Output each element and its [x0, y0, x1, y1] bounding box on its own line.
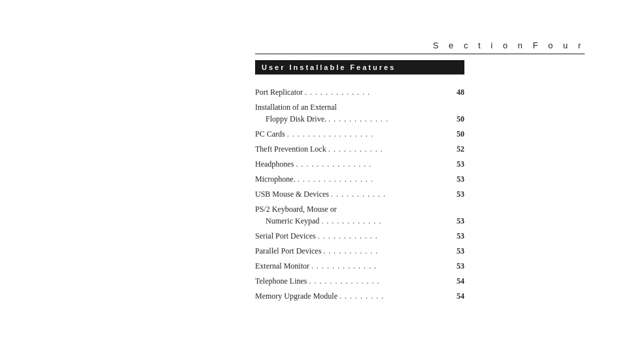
toc-label-port-replicator: Port Replicator	[255, 86, 303, 98]
toc-dots-pc-cards: . . . . . . . . . . . . . . . . .	[287, 128, 449, 140]
toc-page-pc-cards: 50	[451, 128, 464, 140]
toc-item-microphone: Microphone.. . . . . . . . . . . . . . .…	[255, 173, 464, 185]
toc-page-memory-upgrade: 54	[451, 290, 464, 302]
toc-label-memory-upgrade: Memory Upgrade Module	[255, 290, 338, 302]
toc-label-microphone: Microphone.	[255, 173, 296, 185]
toc-dots-telephone-lines: . . . . . . . . . . . . . .	[309, 275, 449, 287]
toc-list: Port Replicator. . . . . . . . . . . . .…	[255, 86, 464, 302]
toc-item-pc-cards: PC Cards. . . . . . . . . . . . . . . . …	[255, 128, 464, 140]
toc-dots-theft-prevention: . . . . . . . . . . .	[328, 143, 449, 155]
toc-item-parallel-port: Parallel Port Devices. . . . . . . . . .…	[255, 245, 464, 257]
toc-page-parallel-port: 53	[451, 245, 464, 257]
toc-label-external-monitor: External Monitor	[255, 260, 309, 272]
section-header: S e c t i o n F o u r	[433, 41, 585, 50]
toc-item-theft-prevention: Theft Prevention Lock. . . . . . . . . .…	[255, 143, 464, 155]
toc-dots-installation-external: . . . . . . . . . . . .	[328, 113, 449, 125]
toc-item-usb-mouse: USB Mouse & Devices. . . . . . . . . . .…	[255, 188, 464, 200]
toc-page-serial-port: 53	[451, 230, 464, 242]
toc-label-usb-mouse: USB Mouse & Devices	[255, 188, 329, 200]
toc-item-external-monitor: External Monitor. . . . . . . . . . . . …	[255, 260, 464, 272]
toc-dots-memory-upgrade: . . . . . . . . .	[339, 290, 449, 302]
toc-label-installation-external: Installation of an External	[255, 101, 337, 113]
content-area: User Installable Features Port Replicato…	[255, 60, 464, 305]
toc-item-ps2-keyboard: PS/2 Keyboard, Mouse orNumeric Keypad. .…	[255, 203, 464, 227]
toc-item-telephone-lines: Telephone Lines. . . . . . . . . . . . .…	[255, 275, 464, 287]
toc-item-headphones: Headphones. . . . . . . . . . . . . . .5…	[255, 158, 464, 170]
toc-dots-external-monitor: . . . . . . . . . . . . .	[311, 260, 449, 272]
toc-page-usb-mouse: 53	[451, 188, 464, 200]
toc-page-microphone: 53	[451, 173, 464, 185]
toc-label-serial-port: Serial Port Devices	[255, 230, 316, 242]
toc-item-serial-port: Serial Port Devices. . . . . . . . . . .…	[255, 230, 464, 242]
toc-dots-serial-port: . . . . . . . . . . . .	[318, 230, 449, 242]
toc-page-port-replicator: 48	[451, 86, 464, 98]
toc-label2-installation-external: Floppy Disk Drive.	[266, 113, 326, 125]
toc-dots-usb-mouse: . . . . . . . . . . .	[331, 188, 449, 200]
page: S e c t i o n F o u r User Installable F…	[0, 0, 624, 364]
toc-page-installation-external: 50	[451, 113, 464, 125]
toc-dots-microphone: . . . . . . . . . . . . . . .	[298, 173, 449, 185]
toc-item-memory-upgrade: Memory Upgrade Module. . . . . . . . .54	[255, 290, 464, 302]
toc-page-theft-prevention: 52	[451, 143, 464, 155]
toc-page-external-monitor: 53	[451, 260, 464, 272]
toc-label-pc-cards: PC Cards	[255, 128, 285, 140]
toc-page-telephone-lines: 54	[451, 275, 464, 287]
toc-page-headphones: 53	[451, 158, 464, 170]
header-line	[255, 54, 585, 54]
toc-label-ps2-keyboard: PS/2 Keyboard, Mouse or	[255, 203, 337, 215]
toc-dots-parallel-port: . . . . . . . . . . .	[323, 245, 449, 257]
title-bar: User Installable Features	[255, 60, 464, 74]
toc-dots-ps2-keyboard: . . . . . . . . . . . .	[321, 215, 449, 227]
toc-item-port-replicator: Port Replicator. . . . . . . . . . . . .…	[255, 86, 464, 98]
toc-item-installation-external: Installation of an ExternalFloppy Disk D…	[255, 101, 464, 125]
toc-label-parallel-port: Parallel Port Devices	[255, 245, 321, 257]
toc-label2-ps2-keyboard: Numeric Keypad	[266, 215, 319, 227]
toc-dots-headphones: . . . . . . . . . . . . . . .	[296, 158, 449, 170]
toc-label-theft-prevention: Theft Prevention Lock	[255, 143, 326, 155]
toc-label-telephone-lines: Telephone Lines	[255, 275, 307, 287]
toc-dots-port-replicator: . . . . . . . . . . . . .	[305, 86, 449, 98]
toc-page-ps2-keyboard: 53	[451, 215, 464, 227]
toc-label-headphones: Headphones	[255, 158, 294, 170]
